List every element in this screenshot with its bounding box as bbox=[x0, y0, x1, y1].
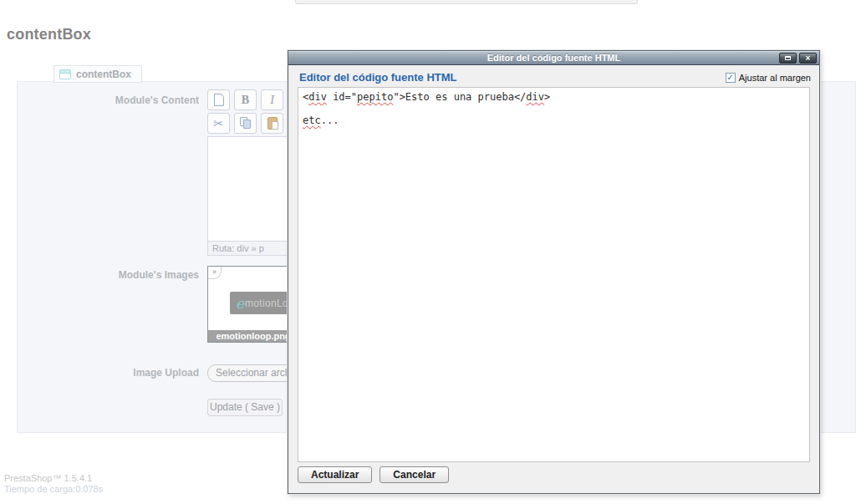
module-image-thumbnail: » e motionLoop emotionloop.png bbox=[207, 266, 299, 343]
prestashop-version: PrestaShop™ 1.5.4.1 bbox=[4, 473, 92, 483]
dialog-title: Editor del código fuente HTML bbox=[487, 53, 621, 63]
bold-icon[interactable]: B bbox=[234, 89, 257, 110]
panel-legend: contentBox bbox=[54, 65, 142, 83]
update-button[interactable]: Actualizar bbox=[298, 466, 372, 483]
wordwrap-label: Ajustar al margen bbox=[739, 73, 811, 83]
wordwrap-checkbox[interactable]: ✓ bbox=[726, 73, 736, 83]
panel-legend-label: contentBox bbox=[76, 69, 131, 80]
maximize-icon bbox=[785, 56, 791, 60]
source-code-textarea[interactable]: <div id="pepito">Esto es una prueba</div… bbox=[298, 87, 810, 462]
image-upload-label: Image Upload bbox=[17, 367, 199, 379]
page-title: contentBox bbox=[7, 26, 91, 43]
logo-initial: e bbox=[236, 295, 244, 312]
dialog-heading: Editor del código fuente HTML bbox=[299, 71, 457, 84]
modules-content-label: Module's Content bbox=[17, 94, 199, 106]
dialog-titlebar[interactable]: Editor del código fuente HTML × bbox=[288, 51, 819, 65]
close-button[interactable]: × bbox=[799, 53, 817, 64]
new-document-icon[interactable] bbox=[207, 89, 230, 110]
paste-icon[interactable] bbox=[261, 113, 283, 134]
close-icon: × bbox=[806, 53, 811, 63]
wordwrap-option[interactable]: ✓ Ajustar al margen bbox=[726, 73, 811, 83]
expand-badge-icon[interactable]: » bbox=[208, 267, 222, 279]
maximize-button[interactable] bbox=[779, 53, 797, 64]
italic-icon[interactable]: I bbox=[261, 89, 283, 110]
copy-icon[interactable] bbox=[234, 113, 257, 134]
image-filename-caption: emotionloop.png bbox=[208, 330, 298, 342]
cancel-button[interactable]: Cancelar bbox=[380, 466, 449, 483]
top-input-remnant bbox=[295, 0, 638, 4]
html-source-editor-dialog: Editor del código fuente HTML × Editor d… bbox=[288, 50, 820, 494]
load-time: Tiempo de carga:0.078s bbox=[4, 484, 103, 494]
module-icon bbox=[59, 69, 71, 79]
update-save-button[interactable]: Update ( Save ) bbox=[207, 399, 283, 416]
cut-icon[interactable]: ✂ bbox=[207, 113, 230, 134]
modules-images-label: Module's Images bbox=[17, 269, 199, 281]
